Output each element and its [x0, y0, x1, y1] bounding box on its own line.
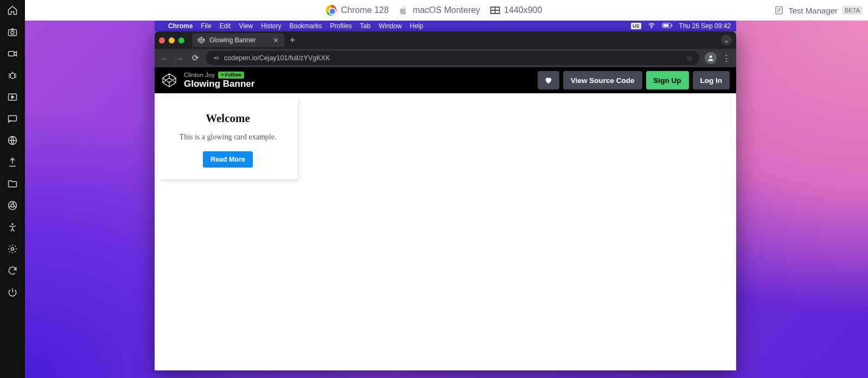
reload-button[interactable]: ⟳: [190, 53, 200, 63]
card-body-text: This is a glowing card example.: [163, 133, 292, 142]
os-info: macOS Monterey: [399, 5, 480, 15]
power-icon[interactable]: [7, 286, 18, 298]
testrunner-top-bar: Chrome 128 macOS Monterey 1440x900 Test …: [0, 0, 868, 21]
play-window-icon[interactable]: [7, 91, 18, 103]
svg-rect-3: [9, 52, 15, 56]
codepen-favicon-icon: [197, 36, 205, 44]
resolution-info: 1440x900: [490, 5, 542, 15]
back-button[interactable]: ←: [160, 54, 170, 63]
svg-point-18: [710, 55, 712, 58]
new-tab-button[interactable]: +: [290, 35, 296, 46]
menubar-item-view[interactable]: View: [239, 22, 253, 30]
home-icon[interactable]: [7, 4, 18, 16]
globe-icon[interactable]: [7, 134, 18, 146]
resolution-label: 1440x900: [504, 5, 542, 15]
settings-icon[interactable]: [7, 243, 18, 255]
testrunner-left-rail: [0, 0, 25, 378]
read-more-button[interactable]: Read More: [203, 151, 253, 168]
svg-rect-6: [9, 116, 17, 121]
pen-author[interactable]: Clinton Joy: [184, 72, 215, 79]
pen-title: Glowing Banner: [184, 79, 254, 89]
codepen-logo-icon[interactable]: [161, 72, 177, 88]
chrome-outline-icon[interactable]: [7, 200, 18, 212]
tab-close-button[interactable]: ✕: [273, 36, 279, 44]
svg-point-8: [9, 202, 17, 210]
glowing-card: Welcome This is a glowing card example. …: [158, 97, 298, 180]
card-heading: Welcome: [163, 112, 292, 125]
follow-button[interactable]: + Follow: [218, 72, 244, 79]
menubar-item-edit[interactable]: Edit: [220, 22, 231, 30]
svg-point-10: [11, 223, 13, 225]
love-button[interactable]: [538, 71, 559, 89]
svg-point-2: [11, 31, 14, 34]
site-info-icon[interactable]: [212, 54, 220, 62]
svg-point-11: [11, 248, 14, 251]
window-controls: [159, 37, 184, 43]
os-label: macOS Monterey: [413, 5, 480, 15]
window-zoom-button[interactable]: [178, 37, 184, 43]
browser-label: Chrome 128: [341, 5, 389, 15]
window-minimize-button[interactable]: [169, 37, 175, 43]
bookmark-star-icon[interactable]: ☆: [686, 54, 693, 62]
test-manager-icon: [774, 5, 784, 15]
menubar-item-file[interactable]: File: [201, 22, 211, 30]
bug-icon[interactable]: [7, 69, 18, 81]
accessibility-icon[interactable]: [7, 221, 18, 233]
menubar-clock[interactable]: Thu 26 Sep 09:42: [679, 22, 731, 30]
browser-info: Chrome 128: [326, 5, 389, 16]
sync-icon[interactable]: [7, 265, 18, 277]
chrome-toolbar: ← → ⟳ codepen.io/Cejay101/full/zYVgKXK ☆…: [155, 49, 736, 67]
menubar-item-tab[interactable]: Tab: [360, 22, 371, 30]
tab-title: Glowing Banner: [209, 36, 256, 44]
svg-point-16: [214, 57, 215, 59]
apple-icon: [399, 5, 409, 15]
view-source-button[interactable]: View Source Code: [563, 71, 642, 89]
battery-icon[interactable]: [662, 22, 673, 30]
svg-point-9: [11, 204, 14, 207]
svg-point-4: [10, 73, 15, 79]
tab-search-button[interactable]: ⌄: [721, 35, 732, 46]
login-button[interactable]: Log In: [693, 71, 730, 89]
video-icon[interactable]: [7, 48, 18, 60]
menubar-app-name[interactable]: Chrome: [168, 22, 193, 30]
upload-icon[interactable]: [7, 156, 18, 168]
svg-rect-14: [663, 24, 668, 27]
chrome-menu-button[interactable]: ⋮: [722, 53, 731, 63]
test-manager-label[interactable]: Test Manager: [788, 6, 838, 15]
chrome-icon: [326, 5, 337, 16]
folder-icon[interactable]: [7, 178, 18, 190]
window-close-button[interactable]: [159, 37, 165, 43]
svg-rect-17: [216, 57, 219, 59]
chrome-window: Glowing Banner ✕ + ⌄ ← → ⟳ codepen.io/Ce…: [155, 31, 736, 370]
menubar-item-profiles[interactable]: Profiles: [330, 22, 352, 30]
input-source-indicator[interactable]: US: [631, 23, 641, 29]
forward-button[interactable]: →: [175, 54, 185, 63]
menubar-item-bookmarks[interactable]: Bookmarks: [290, 22, 322, 30]
url-text: codepen.io/Cejay101/full/zYVgKXK: [224, 54, 330, 62]
pen-meta: Clinton Joy + Follow Glowing Banner: [184, 72, 254, 89]
screencast-icon[interactable]: [7, 113, 18, 125]
macos-menubar: Chrome File Edit View History Bookmarks …: [155, 21, 736, 31]
address-bar[interactable]: codepen.io/Cejay101/full/zYVgKXK ☆: [206, 51, 699, 65]
chrome-tabstrip: Glowing Banner ✕ + ⌄: [155, 31, 736, 49]
svg-rect-1: [9, 30, 17, 36]
menubar-item-window[interactable]: Window: [379, 22, 402, 30]
menubar-item-help[interactable]: Help: [410, 22, 424, 30]
beta-badge: BETA: [842, 6, 863, 15]
pen-result-frame: Welcome This is a glowing card example. …: [155, 93, 736, 370]
browser-tab[interactable]: Glowing Banner ✕: [192, 33, 284, 47]
wifi-icon[interactable]: [648, 22, 655, 31]
svg-rect-15: [671, 24, 672, 26]
profile-avatar[interactable]: [705, 52, 717, 64]
codepen-header: Clinton Joy + Follow Glowing Banner View…: [155, 67, 736, 93]
follow-label: Follow: [225, 72, 241, 78]
camera-icon[interactable]: [7, 26, 18, 38]
svg-point-12: [651, 27, 652, 27]
resolution-icon: [490, 7, 500, 14]
signup-button[interactable]: Sign Up: [646, 71, 689, 89]
menubar-item-history[interactable]: History: [261, 22, 281, 30]
plus-icon: +: [221, 72, 224, 78]
